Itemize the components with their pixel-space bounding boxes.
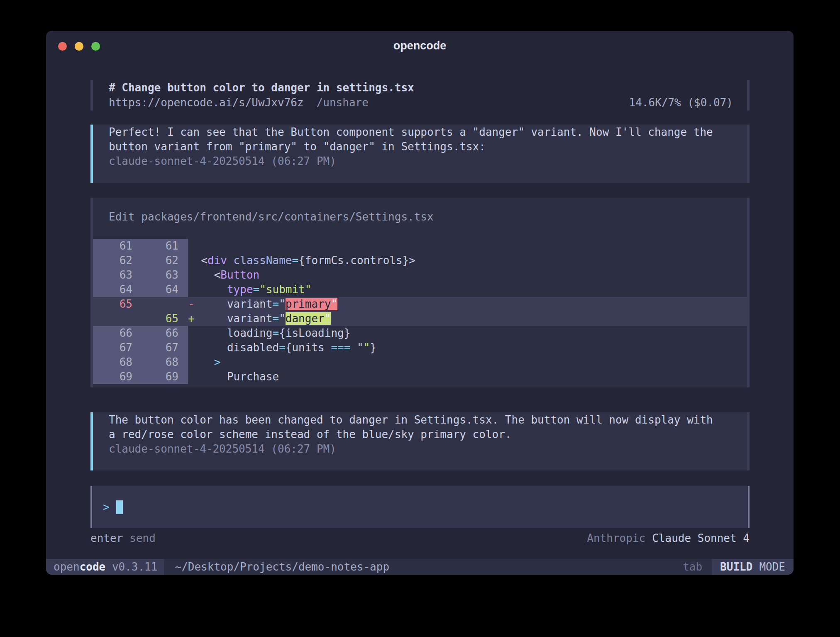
provider-label: Anthropic xyxy=(587,531,645,546)
diff-row: 6161 xyxy=(93,239,747,253)
session-header: # Change button color to danger in setti… xyxy=(90,80,750,110)
text-cursor xyxy=(116,500,123,514)
code-line: <div className={formCs.controls}> xyxy=(188,253,747,268)
input-footer: enter send Anthropic Claude Sonnet 4 xyxy=(90,531,750,546)
mode-indicator[interactable]: BUILDMODE xyxy=(712,559,794,575)
send-action-hint: send xyxy=(129,531,156,546)
enter-key-hint: enter xyxy=(90,531,123,546)
edit-tool-card: Edit packages/frontend/src/containers/Se… xyxy=(90,198,750,387)
line-number-old: 67 xyxy=(93,341,138,355)
app-name-open: open xyxy=(54,561,80,573)
diff-row: 65- variant="primary" xyxy=(93,297,747,311)
message-model-timestamp: claude-sonnet-4-20250514 (06:27 PM) xyxy=(109,442,730,456)
code-line xyxy=(188,239,747,253)
diff-row: 6868 > xyxy=(93,355,747,370)
line-number-new xyxy=(138,297,188,311)
window-title: opencode xyxy=(46,39,794,52)
status-bar: opencode v0.3.11 ~/Desktop/Projects/demo… xyxy=(46,559,794,575)
edit-tool-title: Edit packages/frontend/src/containers/Se… xyxy=(93,209,747,224)
message-text: The button color has been changed to dan… xyxy=(109,413,730,442)
line-number-old: 62 xyxy=(93,253,138,268)
unshare-command[interactable]: /unshare xyxy=(317,95,369,110)
tab-key-hint: tab xyxy=(683,561,702,573)
diff-row: 6767 disabled={units === ""} xyxy=(93,341,747,355)
mode-word: MODE xyxy=(759,561,785,573)
line-number-new: 69 xyxy=(138,370,188,384)
session-title: # Change button color to danger in setti… xyxy=(109,80,733,95)
prompt-input[interactable]: > xyxy=(90,486,750,528)
model-label: Claude Sonnet 4 xyxy=(652,531,750,546)
app-version-chip: opencode v0.3.11 xyxy=(46,559,164,575)
line-number-old: 68 xyxy=(93,355,138,370)
line-number-old: 63 xyxy=(93,268,138,282)
line-number-old: 65 xyxy=(93,297,138,311)
assistant-message: The button color has been changed to dan… xyxy=(90,412,750,470)
app-version: v0.3.11 xyxy=(112,561,158,573)
diff-row: 6969 Purchase xyxy=(93,370,747,384)
code-line: - variant="primary" xyxy=(188,297,747,311)
share-url-link[interactable]: https://opencode.ai/s/UwJxv76z xyxy=(109,95,304,110)
code-line: loading={isLoading} xyxy=(188,326,747,341)
line-number-new: 68 xyxy=(138,355,188,370)
message-model-timestamp: claude-sonnet-4-20250514 (06:27 PM) xyxy=(109,154,730,169)
code-line: Purchase xyxy=(188,370,747,384)
code-line: type="submit" xyxy=(188,282,747,297)
line-number-new: 61 xyxy=(138,239,188,253)
line-number-old: 66 xyxy=(93,326,138,341)
mode-build: BUILD xyxy=(720,561,752,573)
line-number-new: 65 xyxy=(138,311,188,326)
app-name-code: code xyxy=(80,561,106,573)
code-line: disabled={units === ""} xyxy=(188,341,747,355)
line-number-new: 64 xyxy=(138,282,188,297)
diff-row: 6262 <div className={formCs.controls}> xyxy=(93,253,747,268)
diff-view: 61616262 <div className={formCs.controls… xyxy=(93,239,747,384)
line-number-new: 63 xyxy=(138,268,188,282)
line-number-new: 67 xyxy=(138,341,188,355)
line-number-new: 66 xyxy=(138,326,188,341)
prompt-symbol: > xyxy=(103,501,110,513)
code-line: <Button xyxy=(188,268,747,282)
line-number-old xyxy=(93,311,138,326)
terminal-content: # Change button color to danger in setti… xyxy=(90,80,750,546)
line-number-new: 62 xyxy=(138,253,188,268)
diff-row: 6464 type="submit" xyxy=(93,282,747,297)
diff-row: 65+ variant="danger" xyxy=(93,311,747,326)
code-line: + variant="danger" xyxy=(188,311,747,326)
titlebar[interactable]: opencode xyxy=(46,31,794,60)
diff-row: 6363 <Button xyxy=(93,268,747,282)
opencode-window: opencode # Change button color to danger… xyxy=(46,31,794,575)
line-number-old: 69 xyxy=(93,370,138,384)
token-stats: 14.6K/7% ($0.07) xyxy=(629,95,733,110)
code-line: > xyxy=(188,355,747,370)
line-number-old: 61 xyxy=(93,239,138,253)
diff-row: 6666 loading={isLoading} xyxy=(93,326,747,341)
working-directory: ~/Desktop/Projects/demo-notes-app xyxy=(175,561,389,573)
message-text: Perfect! I can see that the Button compo… xyxy=(109,125,730,154)
line-number-old: 64 xyxy=(93,282,138,297)
assistant-message: Perfect! I can see that the Button compo… xyxy=(90,125,750,183)
